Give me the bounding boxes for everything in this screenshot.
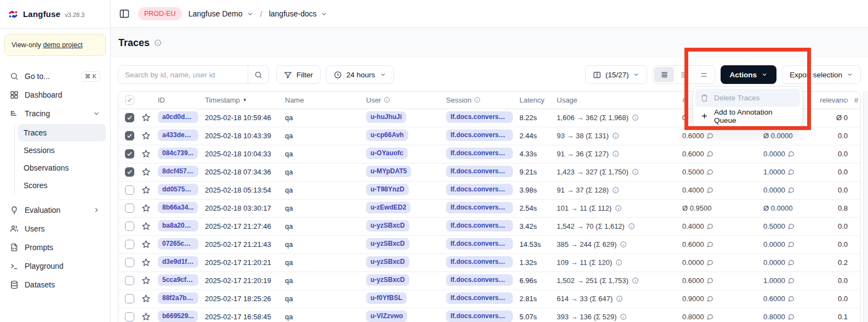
bookmark-star-icon[interactable] bbox=[141, 258, 151, 267]
session-id-badge[interactable]: lf.docs.conversation.... bbox=[446, 184, 513, 195]
row-checkbox[interactable] bbox=[125, 222, 134, 231]
session-id-badge[interactable]: lf.docs.conversation... bbox=[446, 129, 513, 141]
time-range-button[interactable]: 24 hours bbox=[326, 65, 394, 84]
select-all-checkbox[interactable] bbox=[125, 95, 134, 105]
sidebar-item-playground[interactable]: Playground bbox=[4, 257, 106, 275]
trace-row[interactable]: 5cca9cf2... 2025-02-17 21:20:19 qa u-yzS… bbox=[118, 272, 861, 290]
sidebar-item-traces[interactable]: Traces bbox=[18, 124, 106, 142]
environment-badge[interactable]: PROD-EU bbox=[138, 7, 182, 20]
trace-id-badge[interactable]: a0cd0d9... bbox=[158, 111, 198, 123]
hallucination-column-header[interactable]: # H bbox=[851, 92, 861, 109]
row-height-compact-icon[interactable] bbox=[654, 67, 674, 82]
session-id-badge[interactable]: lf.docs.conversation... bbox=[446, 274, 513, 286]
trace-row[interactable]: ba8a208f... 2025-02-17 21:27:46 qa u-yzS… bbox=[118, 217, 861, 235]
sidebar-item-sessions[interactable]: Sessions bbox=[18, 142, 106, 159]
trace-row[interactable]: a433de51... 2025-02-18 10:43:39 qa u-cp6… bbox=[118, 127, 861, 145]
search-icon[interactable] bbox=[248, 66, 269, 83]
sidebar-item-datasets[interactable]: Datasets bbox=[4, 275, 106, 294]
user-column-header[interactable]: User bbox=[363, 92, 443, 109]
row-checkbox[interactable] bbox=[125, 185, 134, 195]
trace-id-badge[interactable]: b669529... bbox=[158, 310, 198, 322]
trace-id-badge[interactable]: 07265c7a... bbox=[158, 238, 198, 250]
session-column-header[interactable]: Session bbox=[443, 92, 516, 109]
sidebar-item-tracing[interactable]: Tracing bbox=[4, 104, 106, 123]
session-id-badge[interactable]: lf.docs.conversation... bbox=[446, 238, 513, 250]
user-id-badge[interactable]: u-f0YfBSL bbox=[366, 292, 407, 304]
trace-id-badge[interactable]: 8b66a34... bbox=[158, 202, 198, 213]
trace-id-badge[interactable]: a433de51... bbox=[158, 129, 198, 141]
trace-id-badge[interactable]: 5cca9cf2... bbox=[158, 274, 198, 286]
trace-row[interactable]: dd05753... 2025-02-18 05:13:54 qa u-T98Y… bbox=[118, 181, 861, 199]
latency-column-header[interactable]: Latency bbox=[516, 92, 553, 109]
name-column-header[interactable]: Name bbox=[282, 92, 363, 109]
trace-id-badge[interactable]: ba8a208f... bbox=[158, 220, 198, 231]
trace-row[interactable]: b669529... 2025-02-17 16:58:45 qa u-VIZz… bbox=[118, 308, 861, 322]
user-id-badge[interactable]: u-cp66Avh bbox=[366, 129, 408, 141]
row-checkbox[interactable] bbox=[125, 204, 134, 213]
menu-item-delete-traces[interactable]: Delete Traces bbox=[695, 89, 800, 107]
relevance-column-header[interactable]: relevance (... bbox=[816, 92, 851, 109]
sidebar-item-observations[interactable]: Observations bbox=[18, 159, 106, 177]
panel-left-icon[interactable] bbox=[117, 7, 132, 21]
row-checkbox[interactable] bbox=[125, 258, 134, 267]
session-id-badge[interactable]: lf.docs.conversation... bbox=[446, 148, 513, 159]
trace-row[interactable]: 88f2a7b0... 2025-02-17 18:25:26 qa u-f0Y… bbox=[118, 290, 861, 308]
bookmark-star-icon[interactable] bbox=[141, 204, 151, 213]
row-height-large-icon[interactable] bbox=[694, 67, 713, 82]
row-checkbox[interactable] bbox=[125, 276, 134, 285]
bookmark-star-icon[interactable] bbox=[141, 185, 151, 195]
trace-id-badge[interactable]: 084c739... bbox=[158, 148, 198, 159]
trace-row[interactable]: 8b66a34... 2025-02-18 03:30:17 qa u-zEwd… bbox=[118, 199, 861, 217]
session-id-badge[interactable]: lf.docs.conversation... bbox=[446, 111, 513, 123]
actions-button[interactable]: Actions bbox=[721, 65, 776, 84]
column-visibility-button[interactable]: (15/27) bbox=[585, 65, 648, 84]
session-id-badge[interactable]: lf.docs.conversation... bbox=[446, 202, 513, 213]
trace-id-badge[interactable]: 88f2a7b0... bbox=[158, 292, 198, 304]
session-id-badge[interactable]: lf.docs.conversation... bbox=[446, 256, 513, 268]
bookmark-star-icon[interactable] bbox=[141, 113, 151, 122]
sidebar-item-go-to[interactable]: Go to...⌘ K bbox=[4, 67, 106, 86]
row-checkbox[interactable] bbox=[125, 240, 134, 249]
bookmark-star-icon[interactable] bbox=[141, 131, 151, 140]
sidebar-item-dashboard[interactable]: Dashboard bbox=[4, 86, 106, 104]
bookmark-star-icon[interactable] bbox=[141, 294, 151, 303]
sidebar-item-prompts[interactable]: Prompts bbox=[4, 238, 106, 257]
trace-id-badge[interactable]: dd05753... bbox=[158, 184, 198, 195]
row-checkbox[interactable] bbox=[125, 131, 134, 140]
bookmark-star-icon[interactable] bbox=[141, 167, 151, 177]
bookmark-star-icon[interactable] bbox=[141, 222, 151, 231]
user-id-badge[interactable]: u-yzSBxcD bbox=[366, 256, 409, 268]
sidebar-item-scores[interactable]: Scores bbox=[18, 177, 106, 194]
sidebar-item-evaluation[interactable]: Evaluation bbox=[4, 201, 106, 219]
user-id-badge[interactable]: u-OYauofc bbox=[366, 148, 408, 159]
user-id-badge[interactable]: u-yzSBxcD bbox=[366, 220, 409, 231]
user-id-badge[interactable]: u-huJhuJi bbox=[366, 111, 406, 123]
user-id-badge[interactable]: u-T98YnzD bbox=[366, 184, 409, 195]
demo-project-link[interactable]: demo project bbox=[43, 41, 82, 49]
trace-row[interactable]: 07265c7a... 2025-02-17 21:21:43 qa u-yzS… bbox=[118, 235, 861, 253]
user-id-badge[interactable]: u-yzSBxcD bbox=[366, 274, 409, 286]
session-id-badge[interactable]: lf.docs.conversation.... bbox=[446, 166, 513, 177]
vertical-scrollbar[interactable] bbox=[863, 91, 868, 322]
row-checkbox[interactable] bbox=[125, 167, 134, 177]
row-checkbox[interactable] bbox=[125, 149, 134, 159]
trace-id-badge[interactable]: d3e9d1f2... bbox=[158, 256, 198, 268]
row-checkbox[interactable] bbox=[125, 294, 134, 303]
trace-id-badge[interactable]: 8dcf4574... bbox=[158, 166, 198, 177]
session-id-badge[interactable]: lf.docs.conversation... bbox=[446, 292, 513, 304]
row-checkbox[interactable] bbox=[125, 113, 134, 122]
user-id-badge[interactable]: u-MYpDAT5 bbox=[366, 166, 411, 177]
filter-button[interactable]: Filter bbox=[276, 65, 321, 84]
bookmark-star-icon[interactable] bbox=[141, 312, 151, 321]
timestamp-column-header[interactable]: Timestamp▼ bbox=[202, 92, 282, 109]
user-id-badge[interactable]: u-VIZzvwo bbox=[366, 310, 407, 322]
org-switcher[interactable]: Langfuse Demo bbox=[189, 9, 254, 18]
search-input[interactable] bbox=[118, 66, 248, 83]
session-id-badge[interactable]: lf.docs.conversation... bbox=[446, 310, 513, 322]
row-checkbox[interactable] bbox=[125, 312, 134, 321]
trace-row[interactable]: d3e9d1f2... 2025-02-17 21:20:21 qa u-yzS… bbox=[118, 253, 861, 272]
bookmark-star-icon[interactable] bbox=[141, 276, 151, 285]
usage-column-header[interactable]: Usage bbox=[553, 92, 679, 109]
trace-row[interactable]: 8dcf4574... 2025-02-18 07:34:36 qa u-MYp… bbox=[118, 163, 861, 181]
id-column-header[interactable]: ID bbox=[155, 92, 202, 109]
